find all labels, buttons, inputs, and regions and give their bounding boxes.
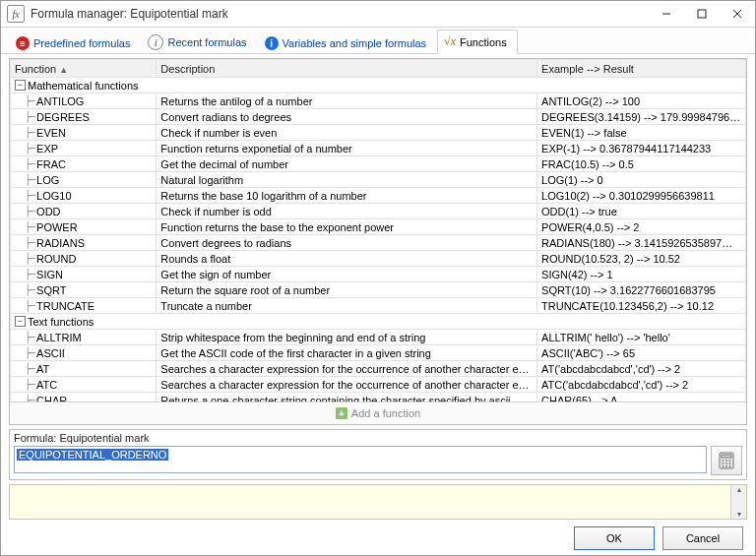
- fn-name: RADIANS: [36, 237, 85, 249]
- table-row[interactable]: ├─ RADIANSConvert degrees to radiansRADI…: [11, 235, 746, 251]
- table-row[interactable]: ├─ ASCIIGet the ASCII code of the first …: [11, 345, 746, 361]
- add-function-bar[interactable]: + Add a function: [10, 402, 746, 424]
- fn-name: FRAC: [36, 158, 66, 170]
- ok-button[interactable]: OK: [574, 526, 655, 550]
- preview-area[interactable]: ▴▾: [9, 484, 747, 520]
- fn-desc: Function returns exponetial of a number: [157, 141, 537, 156]
- fn-desc: Function returns the base to the exponen…: [157, 219, 537, 235]
- table-row[interactable]: ├─ LOGNatural logarithmLOG(1) --> 0: [11, 172, 746, 188]
- category-label: Text functions: [28, 316, 94, 328]
- tab-predefined[interactable]: ≡Predefined formulas: [9, 31, 141, 54]
- fn-example: RADIANS(180) --> 3.1415926535897…: [537, 235, 746, 251]
- fn-name: EVEN: [36, 127, 66, 139]
- fn-example: ATC('abcdabcdabcd','cd') --> 2: [537, 377, 746, 393]
- fn-example: ROUND(10.523, 2) --> 10.52: [537, 251, 746, 267]
- tab-label: Functions: [460, 36, 507, 48]
- minimize-button[interactable]: [649, 1, 684, 27]
- fn-name: ASCII: [36, 347, 65, 359]
- svg-point-13: [725, 465, 727, 467]
- col-example[interactable]: Example --> Result: [537, 60, 746, 78]
- fn-desc: Return the square root of a number: [157, 282, 537, 298]
- category-row[interactable]: − Mathematical functions: [11, 78, 746, 93]
- ok-label: OK: [606, 532, 622, 544]
- fn-desc: Get the ASCII code of the first characte…: [157, 345, 537, 361]
- fn-example: ALLTRIM(' hello') --> 'hello': [537, 330, 746, 345]
- tree-branch-icon: ├─: [15, 395, 34, 402]
- tree-branch-icon: ├─: [15, 300, 34, 311]
- fn-name: ANTILOG: [36, 95, 84, 107]
- cancel-button[interactable]: Cancel: [662, 526, 743, 550]
- fn-example: FRAC(10.5) --> 0.5: [537, 156, 746, 172]
- fn-example: ODD(1) --> true: [537, 204, 746, 219]
- table-row[interactable]: ├─ LOG10Returns the base 10 logarithm of…: [11, 188, 746, 204]
- table-row[interactable]: ├─ ATSearches a character expression for…: [11, 361, 746, 377]
- svg-point-11: [729, 463, 731, 464]
- fn-name: ATC: [36, 379, 57, 391]
- close-button[interactable]: [720, 1, 755, 27]
- collapse-icon[interactable]: −: [15, 316, 26, 327]
- tree-branch-icon: ├─: [15, 269, 34, 279]
- tab-label: Predefined formulas: [33, 37, 130, 49]
- scroll-up-icon[interactable]: ▴: [737, 485, 741, 494]
- table-row[interactable]: ├─ CHARReturns a one-character string co…: [11, 393, 746, 402]
- function-grid[interactable]: Function▲ Description Example --> Result…: [10, 59, 746, 402]
- table-row[interactable]: ├─ EXPFunction returns exponetial of a n…: [11, 141, 746, 156]
- svg-point-7: [725, 460, 727, 462]
- calculator-icon: [718, 452, 735, 469]
- tree-branch-icon: ├─: [15, 158, 34, 169]
- svg-rect-5: [722, 455, 731, 458]
- table-row[interactable]: ├─ ANTILOGReturns the antilog of a numbe…: [11, 93, 746, 109]
- table-row[interactable]: ├─ ROUNDRounds a floatROUND(10.523, 2) -…: [11, 251, 746, 267]
- preview-scrollbar[interactable]: ▴▾: [730, 485, 746, 519]
- fn-example: EVEN(1) --> false: [537, 125, 746, 141]
- svg-point-10: [725, 463, 727, 464]
- fn-name: DEGREES: [36, 111, 90, 123]
- tab-label: Recent formulas: [167, 36, 246, 48]
- tree-branch-icon: ├─: [15, 221, 34, 232]
- table-row[interactable]: ├─ ATCSearches a character expression fo…: [11, 377, 746, 393]
- fn-example: DEGREES(3.14159) --> 179.99984796…: [537, 109, 746, 125]
- fn-name: LOG10: [36, 190, 71, 202]
- col-function[interactable]: Function▲: [11, 60, 157, 78]
- table-row[interactable]: ├─ DEGREESConvert radians to degreesDEGR…: [11, 109, 746, 125]
- table-row[interactable]: ├─ EVENCheck if number is evenEVEN(1) --…: [11, 125, 746, 141]
- tab-functions[interactable]: √xFunctions: [437, 30, 518, 54]
- table-row[interactable]: ├─ POWERFunction returns the base to the…: [11, 219, 746, 235]
- fn-example: ANTILOG(2) --> 100: [537, 93, 746, 109]
- table-row[interactable]: ├─ TRUNCATETruncate a numberTRUNCATE(10.…: [11, 298, 746, 314]
- col-description[interactable]: Description: [157, 60, 537, 78]
- maximize-button[interactable]: [684, 1, 720, 27]
- fn-name: EXP: [36, 143, 58, 154]
- table-row[interactable]: ├─ ODDCheck if number is oddODD(1) --> t…: [11, 204, 746, 219]
- calculator-button[interactable]: [711, 446, 742, 475]
- table-row[interactable]: ├─ SIGNGet the sign of numberSIGN(42) --…: [11, 267, 746, 282]
- titlebar: fx Formula manager: Equipotential mark: [1, 1, 755, 28]
- window: fx Formula manager: Equipotential mark ≡…: [0, 0, 756, 556]
- fn-desc: Searches a character expression for the …: [157, 377, 537, 393]
- fn-name: SQRT: [36, 284, 66, 296]
- fn-name: ODD: [36, 206, 60, 217]
- fn-desc: Searches a character expression for the …: [157, 361, 537, 377]
- tree-branch-icon: ├─: [15, 363, 34, 374]
- fn-desc: Check if number is odd: [157, 204, 537, 219]
- scroll-down-icon[interactable]: ▾: [737, 510, 741, 519]
- predefined-icon: ≡: [16, 36, 30, 50]
- formula-input[interactable]: EQUIPOTENTIAL_ORDERNO: [14, 446, 707, 473]
- table-row[interactable]: ├─ ALLTRIMStrip whitespace from the begi…: [11, 330, 746, 345]
- category-row[interactable]: − Text functions: [11, 314, 746, 330]
- tab-variables[interactable]: iVariables and simple formulas: [258, 31, 438, 54]
- tab-recent[interactable]: iRecent formulas: [141, 30, 257, 54]
- tree-branch-icon: ├─: [15, 190, 34, 201]
- collapse-icon[interactable]: −: [15, 80, 26, 91]
- fn-name: SIGN: [36, 269, 63, 280]
- tree-branch-icon: ├─: [15, 379, 34, 390]
- fn-desc: Get the decimal of number: [157, 156, 537, 172]
- add-function-label: Add a function: [351, 407, 420, 419]
- table-row[interactable]: ├─ SQRTReturn the square root of a numbe…: [11, 282, 746, 298]
- tree-branch-icon: ├─: [15, 174, 34, 185]
- table-row[interactable]: ├─ FRACGet the decimal of numberFRAC(10.…: [11, 156, 746, 172]
- fn-example: CHAR(65) --> A: [537, 393, 746, 402]
- tab-bar: ≡Predefined formulas iRecent formulas iV…: [1, 28, 755, 54]
- tree-branch-icon: ├─: [15, 332, 34, 342]
- tree-branch-icon: ├─: [15, 347, 34, 358]
